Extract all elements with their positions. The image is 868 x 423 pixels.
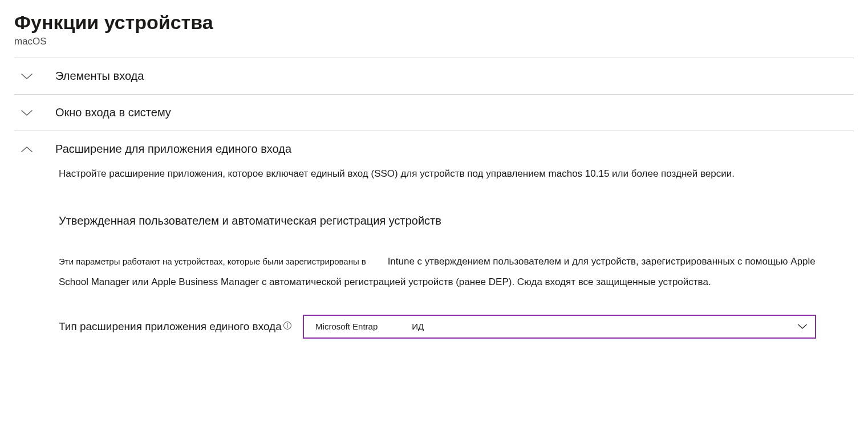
section-login-items: Элементы входа bbox=[14, 58, 854, 94]
sso-type-dropdown-value: Microsoft Entraр ИД bbox=[315, 322, 424, 331]
page-title: Функции устройства bbox=[14, 11, 854, 34]
sso-type-label-text: Тип расширения приложения единого входа bbox=[59, 320, 282, 332]
sso-enrollment-paragraph: Эти параметры работают на устройствах, к… bbox=[59, 251, 841, 293]
sso-type-dropdown-value-b: ИД bbox=[412, 322, 424, 331]
section-sso-extension-title: Расширение для приложения единого входа bbox=[55, 143, 291, 156]
section-login-window-title: Окно входа в систему bbox=[55, 106, 171, 119]
section-login-items-header[interactable]: Элементы входа bbox=[14, 58, 854, 94]
section-sso-extension: Расширение для приложения единого входа … bbox=[14, 131, 854, 350]
section-login-window: Окно входа в систему bbox=[14, 94, 854, 131]
section-sso-extension-header[interactable]: Расширение для приложения единого входа bbox=[14, 131, 854, 167]
page-subtitle: macOS bbox=[14, 36, 854, 47]
chevron-down-icon bbox=[21, 73, 33, 80]
chevron-down-icon bbox=[21, 109, 33, 116]
sso-type-label: Тип расширения приложения единого входа … bbox=[59, 320, 291, 333]
sso-type-field: Тип расширения приложения единого входа … bbox=[59, 315, 841, 339]
sso-enrollment-paragraph-lead: Эти параметры работают на устройствах, к… bbox=[59, 257, 366, 266]
sso-type-dropdown-value-a: Microsoft Entraр bbox=[315, 322, 378, 331]
section-login-items-title: Элементы входа bbox=[55, 70, 144, 83]
sso-description: Настройте расширение приложения, которое… bbox=[59, 167, 841, 181]
sso-enrollment-subheading: Утвержденная пользователем и автоматичес… bbox=[59, 214, 841, 227]
sso-type-dropdown[interactable]: Microsoft Entraр ИД bbox=[303, 315, 816, 339]
info-icon[interactable]: i bbox=[283, 322, 291, 330]
section-login-window-header[interactable]: Окно входа в систему bbox=[14, 95, 854, 131]
chevron-down-icon bbox=[798, 324, 807, 330]
chevron-up-icon bbox=[21, 146, 33, 153]
section-sso-extension-body: Настройте расширение приложения, которое… bbox=[14, 167, 841, 350]
